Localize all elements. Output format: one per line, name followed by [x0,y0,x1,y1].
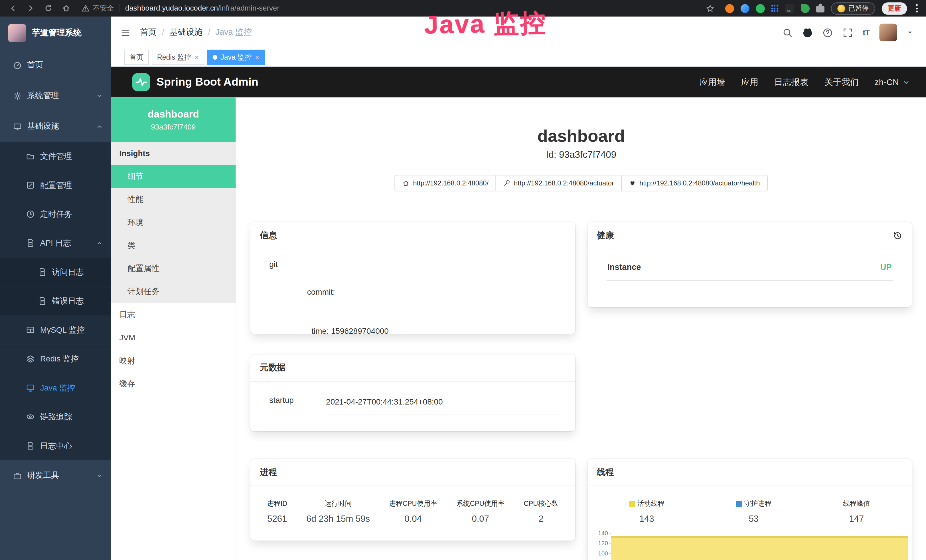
sba-instance-header[interactable]: dashboard 93a3fc7f7409 [111,98,236,142]
green-circle-extension-icon[interactable] [756,4,764,12]
puzzle-extensions-icon[interactable] [816,6,824,12]
app-sidebar: 芋道管理系统 首页 系统管理 基础设施 [0,17,111,560]
sba-menu-mappings[interactable]: 映射 [111,349,236,372]
actuator-url-link[interactable]: http://192.168.0.2:48080/actuator [496,175,622,191]
sba-menu-logs[interactable]: 日志 [111,303,236,326]
tag-redis-monitor[interactable]: Redis 监控 × [152,50,204,65]
sidebar-item-redis-monitor[interactable]: Redis 监控 [0,344,111,373]
sba-logo-icon[interactable] [132,73,150,91]
sidebar-item-java-monitor[interactable]: Java 监控 [0,374,111,402]
edit-icon [26,181,35,190]
link-url: http://192.168.0.2:48080/ [413,180,489,187]
user-avatar[interactable] [879,24,897,41]
fullscreen-icon[interactable] [843,27,853,37]
browser-back-button[interactable] [6,1,20,15]
stat-label: 运行时间 [306,499,370,508]
hamburger-icon[interactable] [120,27,130,37]
active-tag-dot [213,55,218,60]
sba-locale-select[interactable]: zh-CN [875,77,909,87]
sba-nav-wallboard[interactable]: 应用墙 [699,76,725,88]
breadcrumb-item[interactable]: 首页 [140,27,157,38]
heart-icon [629,180,636,187]
url-path: /infra/admin-server [218,4,280,12]
sba-menu-jvm[interactable]: JVM [111,326,236,349]
briefcase-icon [13,471,22,480]
sidebar-item-mysql-monitor[interactable]: MySQL 监控 [0,316,111,344]
sba-nav-journal[interactable]: 日志报表 [774,76,808,88]
sba-menu-config-props[interactable]: 配置属性 [111,257,236,280]
chrome-update-button[interactable]: 更新 [882,2,907,14]
github-icon[interactable] [802,27,813,37]
bookmark-star-icon[interactable] [705,4,714,12]
sba-nav-applications[interactable]: 应用 [741,76,758,88]
security-warning-label: 不安全 [93,3,114,13]
browser-forward-button[interactable] [24,1,38,15]
legend-peak-threads: 线程峰值 147 [843,499,870,524]
tag-home[interactable]: 首页 [124,50,149,65]
sidebar-item-access-logs[interactable]: 访问日志 [0,257,111,286]
sidebar-item-link-tracing[interactable]: 链路追踪 [0,402,111,431]
sidebar-item-dev-tools[interactable]: 研发工具 [0,460,111,491]
orange-extension-icon[interactable] [725,4,734,12]
tag-java-monitor[interactable]: Java 监控 × [207,50,265,65]
health-instance-row: Instance UP [606,259,893,281]
avatar-caret-down-icon[interactable] [907,30,913,36]
health-url-link[interactable]: http://192.168.0.2:48080/actuator/health [621,175,767,191]
blue-drop-extension-icon[interactable] [740,4,749,12]
metadata-row: startup 2021-04-27T00:44:31.254+08:00 [250,382,575,415]
info-line: commit: [307,286,561,299]
sba-menu-details[interactable]: 细节 [111,165,236,188]
switch-on-extension-icon[interactable]: on [785,4,794,12]
browser-home-button[interactable] [59,1,73,15]
sba-menu-metrics[interactable]: 性能 [111,188,236,211]
info-line: time: 1596289704000 [307,325,561,334]
link-url: http://192.168.0.2:48080/actuator/health [639,180,760,187]
browser-menu-icon[interactable] [914,4,920,12]
sidebar-item-file-management[interactable]: 文件管理 [0,142,111,171]
tag-label: Java 监控 [221,52,251,62]
gear-icon [13,91,22,100]
document-icon [26,239,35,248]
sidebar-item-home[interactable]: 首页 [0,50,111,80]
stat-label: 进程CPU使用率 [389,499,437,508]
tag-close-icon[interactable]: × [255,53,260,61]
sidebar-item-config-management[interactable]: 配置管理 [0,171,111,200]
sidebar-item-infrastructure[interactable]: 基础设施 [0,111,111,142]
sba-header: Spring Boot Admin 应用墙 应用 日志报表 关于我们 zh-CN [111,67,926,98]
sidebar-item-error-logs[interactable]: 错误日志 [0,286,111,315]
stat-value: 6d 23h 15m 59s [306,513,370,524]
tag-close-icon[interactable]: × [194,53,199,61]
eye-icon [26,412,35,421]
browser-reload-button[interactable] [41,1,56,15]
legend-daemon-threads: 守护进程 53 [736,499,772,524]
sba-brand-title[interactable]: Spring Boot Admin [157,76,259,89]
sba-nav-about[interactable]: 关于我们 [825,76,859,88]
sba-menu-caches[interactable]: 缓存 [111,372,236,395]
metadata-key: startup [265,396,326,415]
apps-grid-extension-icon[interactable] [771,5,778,12]
sba-menu-environment[interactable]: 环境 [111,211,236,234]
search-icon[interactable] [782,27,792,37]
breadcrumb-item[interactable]: 基础设施 [169,27,203,38]
stat-process-cpu: 进程CPU使用率 0.04 [389,499,437,524]
card-title: 元数据 [260,362,286,373]
sidebar-item-log-center[interactable]: 日志中心 [0,431,111,460]
sidebar-item-system-management[interactable]: 系统管理 [0,80,111,111]
legend-label: 活动线程 [637,499,664,508]
sidebar-item-api-logs[interactable]: API 日志 [0,229,111,257]
sidebar-item-scheduled-jobs[interactable]: 定时任务 [0,200,111,229]
address-bar[interactable]: 不安全 dashboard.yudao.iocoder.cn/infra/adm… [82,3,717,13]
help-icon[interactable] [823,27,832,37]
leaf-extension-icon[interactable] [800,4,809,12]
profiles-paused-badge[interactable]: 已暂停 [831,2,875,14]
instance-id: 93a3fc7f7409 [151,123,196,131]
instance-title: dashboard [236,126,926,146]
service-url-link[interactable]: http://192.168.0.2:48080/ [395,175,496,191]
history-icon[interactable] [893,231,902,240]
sba-menu-scheduled-tasks[interactable]: 计划任务 [111,280,236,303]
instance-name: dashboard [148,108,199,120]
stat-pid: 进程ID 5261 [267,499,287,524]
sba-menu-classes[interactable]: 类 [111,234,236,257]
font-size-icon[interactable]: tT [863,28,869,37]
app-logo[interactable]: 芋道管理系统 [0,17,111,50]
